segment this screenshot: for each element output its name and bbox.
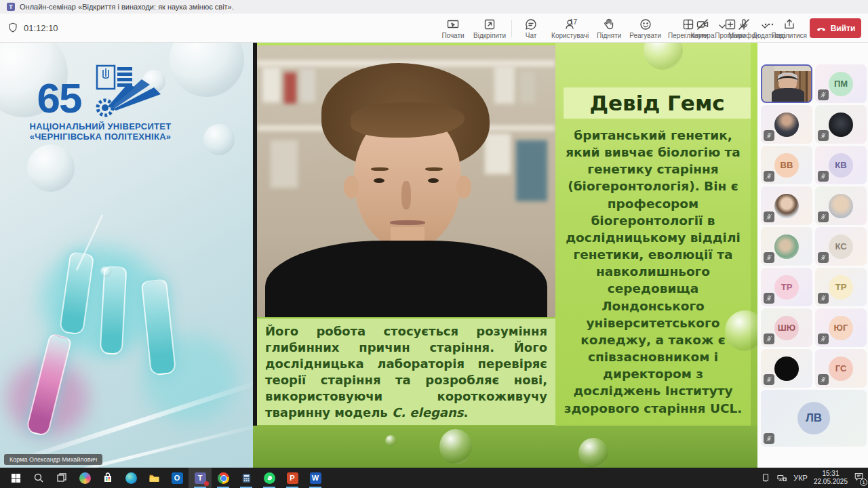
teams-notification-badge — [204, 481, 209, 486]
mic-muted-badge — [818, 211, 829, 222]
photo-eye — [428, 178, 439, 183]
university-name-line1: НАЦІОНАЛЬНИЙ УНІВЕРСИТЕТ — [12, 121, 189, 131]
participant-tile[interactable] — [761, 186, 812, 225]
participant-tile[interactable]: КВ — [815, 146, 867, 184]
chat-button[interactable]: Чат — [516, 16, 546, 41]
share-button[interactable]: Поділитися — [770, 16, 808, 41]
outlook-icon[interactable]: O — [165, 468, 189, 488]
raise-hand-button[interactable]: Підняти — [594, 16, 624, 41]
mic-muted-badge — [818, 171, 829, 182]
avatar: ГС — [829, 357, 853, 381]
task-view-icon[interactable] — [50, 468, 73, 488]
mic-muted-badge — [764, 252, 774, 263]
mic-muted-badge — [818, 293, 829, 304]
search-icon[interactable] — [27, 468, 50, 488]
participant-tile[interactable]: ПМ — [815, 64, 867, 103]
screen-share-icon — [446, 18, 460, 31]
react-smiley-icon — [639, 18, 652, 31]
calculator-icon[interactable] — [235, 468, 258, 488]
taskbar-apps: O T P W — [4, 468, 327, 488]
mic-muted-badge — [818, 252, 829, 263]
camera-off-icon — [696, 18, 709, 31]
mic-muted-badge — [818, 130, 829, 141]
widgets-icon[interactable] — [73, 468, 96, 488]
meeting-timer: 01:12:10 — [7, 22, 58, 34]
teams-icon[interactable]: T — [189, 468, 212, 488]
unpin-button[interactable]: Відкріпити — [472, 16, 507, 41]
mic-off-icon — [737, 18, 751, 31]
participants-panel: ПМ ВВ КВ — [757, 43, 868, 468]
tray-date: 22.05.2025 — [814, 478, 848, 487]
file-explorer-icon[interactable] — [142, 468, 165, 488]
display-icon[interactable] — [761, 473, 770, 483]
mic-muted-badge — [764, 333, 774, 344]
participants-count-badge: 17 — [570, 18, 577, 26]
participant-tile[interactable]: ШЮ — [761, 308, 812, 347]
participant-tile[interactable]: ЮГ — [815, 308, 867, 347]
leave-button[interactable]: Вийти — [810, 18, 861, 38]
tray-time: 15:31 — [814, 470, 848, 479]
window-title: Онлайн-семінар «Відкриття і винаходи: як… — [20, 3, 234, 11]
mic-muted-badge — [818, 333, 829, 344]
slide-title-strip: Девід Гемс — [564, 87, 751, 119]
mic-muted-badge — [818, 89, 829, 100]
mic-muted-badge — [764, 130, 774, 141]
avatar: ЛВ — [797, 402, 830, 434]
slide-caption-text: Його робота стосується розуміння глибинн… — [265, 323, 547, 421]
notification-count: 1 — [860, 479, 867, 486]
avatar-photo — [829, 194, 853, 218]
participant-tile[interactable]: КС — [815, 227, 867, 266]
action-center-icon[interactable]: 1 — [854, 472, 864, 484]
participant-tile[interactable]: ГС — [815, 349, 867, 388]
toolbar-separator — [686, 20, 686, 37]
camera-options-chevron[interactable] — [719, 20, 726, 33]
mic-muted-badge — [764, 433, 774, 444]
camera-button[interactable]: Камера — [688, 16, 717, 41]
photo-eye — [374, 178, 384, 183]
language-indicator[interactable]: УКР — [793, 474, 808, 482]
photo-mouth — [390, 220, 425, 225]
microphone-options-chevron[interactable] — [762, 20, 768, 33]
microsoft-store-icon[interactable] — [96, 468, 119, 488]
network-icon[interactable] — [776, 473, 787, 483]
university-emblem-icon — [82, 64, 163, 117]
edge-icon[interactable] — [119, 468, 142, 488]
system-tray: УКР 15:31 22.05.2025 1 — [761, 468, 864, 488]
participant-tile[interactable] — [761, 227, 812, 266]
participant-tile[interactable]: ТР — [761, 268, 812, 306]
powerpoint-icon[interactable]: P — [281, 468, 304, 488]
participant-tile[interactable] — [761, 105, 812, 144]
speaker-body — [772, 88, 804, 102]
start-button[interactable] — [4, 468, 27, 488]
participant-tile-active-speaker[interactable] — [761, 64, 812, 103]
participant-tile[interactable] — [815, 186, 867, 225]
raise-hand-icon — [602, 18, 616, 31]
avatar-photo — [774, 235, 799, 259]
participants-button[interactable]: 17 Користувачі — [550, 16, 590, 41]
whatsapp-icon[interactable] — [258, 468, 281, 488]
avatar-photo — [774, 113, 799, 137]
caption-species-name: C. elegans — [392, 405, 463, 420]
avatar: КВ — [829, 153, 853, 178]
participant-tile[interactable]: ТР — [815, 268, 867, 306]
react-button[interactable]: Реагувати — [628, 16, 663, 41]
slide-bio-panel: Девід Гемс британський генетик, який вив… — [555, 43, 751, 426]
participant-tile[interactable]: ВВ — [761, 146, 812, 184]
participant-tile[interactable] — [815, 105, 867, 144]
participant-tile[interactable]: ЛВ — [761, 390, 867, 447]
avatar: КС — [829, 235, 853, 259]
meeting-timer-value: 01:12:10 — [24, 23, 58, 33]
caption-period: . — [463, 405, 468, 420]
clock[interactable]: 15:31 22.05.2025 — [814, 470, 848, 487]
window-titlebar: T Онлайн-семінар «Відкриття і винаходи: … — [0, 0, 868, 14]
microphone-button[interactable]: Мікрофон — [727, 16, 760, 41]
avatar: ТР — [774, 275, 799, 300]
meeting-toolbar: 01:12:10 Почати Відкріпити Чат 17 Корист… — [0, 14, 868, 43]
word-icon[interactable]: W — [304, 468, 327, 488]
participant-tile[interactable] — [761, 349, 812, 388]
university-name-line2: «ЧЕРНІГІВСЬКА ПОЛІТЕХНІКА» — [12, 131, 189, 142]
avatar: ШЮ — [774, 316, 799, 340]
avatar-photo — [829, 113, 853, 137]
start-share-button[interactable]: Почати — [438, 16, 468, 41]
chrome-icon[interactable] — [212, 468, 235, 488]
